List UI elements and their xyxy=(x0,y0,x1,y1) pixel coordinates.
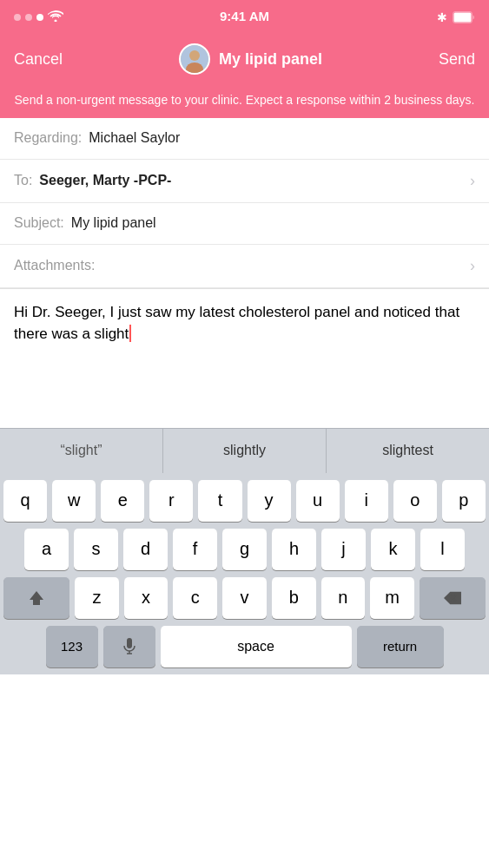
cancel-button[interactable]: Cancel xyxy=(14,50,63,69)
svg-marker-5 xyxy=(30,591,43,605)
message-text: Hi Dr. Seeger, I just saw my latest chol… xyxy=(14,304,459,343)
key-l[interactable]: l xyxy=(420,529,465,570)
nav-center: My lipid panel xyxy=(179,43,322,75)
key-w[interactable]: w xyxy=(52,480,96,522)
key-j[interactable]: j xyxy=(321,529,366,570)
svg-rect-8 xyxy=(127,638,132,648)
regarding-value: Michael Saylor xyxy=(89,130,475,146)
key-x[interactable]: x xyxy=(124,577,169,619)
svg-rect-1 xyxy=(454,13,472,23)
key-e[interactable]: e xyxy=(101,480,144,522)
key-b[interactable]: b xyxy=(272,577,316,619)
battery-icon xyxy=(453,11,475,23)
numbers-key[interactable]: 123 xyxy=(46,626,98,667)
key-t[interactable]: t xyxy=(198,480,241,522)
backspace-key[interactable] xyxy=(420,577,486,619)
avatar xyxy=(179,43,210,75)
status-bar: 9:41 AM ✱ xyxy=(0,0,489,35)
status-time: 9:41 AM xyxy=(220,9,269,23)
key-z[interactable]: z xyxy=(75,577,119,619)
regarding-label: Regarding: xyxy=(14,130,82,146)
key-k[interactable]: k xyxy=(371,529,415,570)
key-f[interactable]: f xyxy=(173,529,217,570)
signal-dot-1 xyxy=(14,14,21,21)
subject-value: My lipid panel xyxy=(71,215,475,231)
regarding-row: Regarding: Michael Saylor xyxy=(0,118,489,160)
shift-key[interactable] xyxy=(3,577,69,619)
to-value: Seeger, Marty -PCP- xyxy=(39,173,470,188)
to-chevron-icon: › xyxy=(470,172,475,190)
status-right: ✱ xyxy=(437,10,475,24)
key-u[interactable]: u xyxy=(296,480,340,522)
banner-text: Send a non-urgent message to your clinic… xyxy=(15,93,475,107)
attachments-chevron-icon: › xyxy=(470,257,475,275)
to-row[interactable]: To: Seeger, Marty -PCP- › xyxy=(0,160,489,203)
info-banner: Send a non-urgent message to your clinic… xyxy=(0,83,489,118)
nav-bar: Cancel My lipid panel Send xyxy=(0,35,489,83)
key-o[interactable]: o xyxy=(393,480,437,522)
microphone-key[interactable] xyxy=(103,626,155,667)
keyboard-row-1: q w e r t y u i o p xyxy=(3,480,486,522)
to-label: To: xyxy=(14,173,32,188)
keyboard: q w e r t y u i o p a s d f g h j k l z … xyxy=(0,473,489,674)
key-y[interactable]: y xyxy=(248,480,291,522)
key-p[interactable]: p xyxy=(442,480,486,522)
key-s[interactable]: s xyxy=(74,529,118,570)
key-n[interactable]: n xyxy=(321,577,366,619)
autocomplete-bar: “slight” slightly slightest xyxy=(0,428,489,473)
send-button[interactable]: Send xyxy=(439,50,475,69)
autocomplete-item-1[interactable]: slightly xyxy=(163,429,327,473)
nav-title: My lipid panel xyxy=(219,50,322,69)
key-v[interactable]: v xyxy=(222,577,267,619)
space-key[interactable]: space xyxy=(161,626,352,667)
attachments-row[interactable]: Attachments: › xyxy=(0,245,489,288)
attachments-label: Attachments: xyxy=(14,258,95,273)
status-signal xyxy=(14,10,63,24)
key-a[interactable]: a xyxy=(24,529,69,570)
bluetooth-icon: ✱ xyxy=(437,10,447,24)
autocomplete-item-0[interactable]: “slight” xyxy=(0,429,163,473)
key-g[interactable]: g xyxy=(222,529,267,570)
form-area: Regarding: Michael Saylor To: Seeger, Ma… xyxy=(0,118,489,289)
keyboard-row-2: a s d f g h j k l xyxy=(3,529,486,570)
keyboard-row-3: z x c v b n m xyxy=(3,577,486,619)
subject-label: Subject: xyxy=(14,215,64,231)
key-i[interactable]: i xyxy=(345,480,388,522)
key-r[interactable]: r xyxy=(149,480,193,522)
wifi-icon xyxy=(48,10,63,24)
key-d[interactable]: d xyxy=(123,529,168,570)
svg-point-3 xyxy=(189,50,200,61)
return-key[interactable]: return xyxy=(357,626,444,667)
key-q[interactable]: q xyxy=(3,480,47,522)
keyboard-row-4: 123 space return xyxy=(3,626,486,667)
signal-dot-3 xyxy=(36,14,43,21)
autocomplete-item-2[interactable]: slightest xyxy=(327,429,489,473)
key-c[interactable]: c xyxy=(173,577,217,619)
key-h[interactable]: h xyxy=(272,529,316,570)
subject-row: Subject: My lipid panel xyxy=(0,203,489,245)
text-cursor xyxy=(129,325,131,342)
key-m[interactable]: m xyxy=(370,577,414,619)
message-body[interactable]: Hi Dr. Seeger, I just saw my latest chol… xyxy=(0,289,489,428)
signal-dot-2 xyxy=(25,14,32,21)
